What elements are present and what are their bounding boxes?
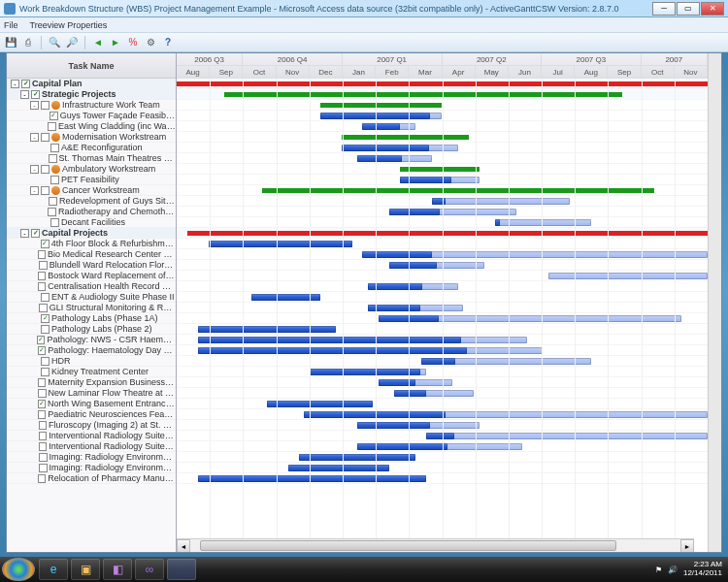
zoom-in-icon[interactable]: 🔍 bbox=[48, 36, 61, 49]
checkbox[interactable] bbox=[38, 346, 46, 355]
gantt-row[interactable] bbox=[177, 175, 708, 185]
tree-row[interactable]: Interventional Radiology Suite (Ima bbox=[7, 441, 176, 452]
checkbox[interactable] bbox=[48, 208, 56, 216]
zoom-out-icon[interactable]: 🔎 bbox=[65, 36, 79, 49]
gantt-row[interactable] bbox=[177, 431, 708, 441]
system-tray[interactable]: ⚑ 🔊 2:23 AM 12/14/2011 bbox=[655, 561, 726, 578]
taskbar-app1-icon[interactable]: ◧ bbox=[103, 559, 132, 580]
tree-row[interactable]: Pathology: NWS - CSR Haematology bbox=[7, 335, 176, 345]
gantt-row[interactable] bbox=[177, 217, 708, 228]
tree-row[interactable]: New Laminar Flow Theatre at Guy's bbox=[7, 388, 176, 399]
tree-row[interactable]: Fluroscopy (Imaging 2) at St. Thom bbox=[7, 420, 176, 431]
tree-row[interactable]: Paediatric Neurosciences Feasibility bbox=[7, 409, 176, 420]
gantt-row[interactable] bbox=[177, 409, 708, 420]
window-minimize-button[interactable]: ─ bbox=[652, 2, 676, 16]
task-bar-progress[interactable] bbox=[288, 465, 389, 471]
checkbox[interactable] bbox=[50, 112, 58, 120]
tree-row[interactable]: Relocation of Pharmacy Manufacturi bbox=[7, 473, 176, 484]
checkbox[interactable] bbox=[39, 421, 48, 430]
summary-bar[interactable] bbox=[177, 81, 708, 86]
tree-row[interactable]: Redevelopment of Guys Site In bbox=[7, 196, 176, 207]
expand-toggle-icon[interactable]: - bbox=[30, 133, 39, 142]
task-bar-progress[interactable] bbox=[368, 305, 420, 311]
task-bar-progress[interactable] bbox=[362, 123, 399, 130]
checkbox[interactable] bbox=[50, 218, 59, 227]
tree-row[interactable]: GLI Structural Monitoring & Repair bbox=[7, 303, 176, 313]
task-bar-progress[interactable] bbox=[400, 177, 451, 183]
checkbox[interactable] bbox=[41, 133, 50, 142]
task-bar-progress[interactable] bbox=[362, 251, 431, 258]
task-bar-progress[interactable] bbox=[198, 475, 426, 482]
taskbar-vs-icon[interactable]: ∞ bbox=[135, 559, 164, 580]
gantt-row[interactable] bbox=[177, 143, 708, 153]
checkbox[interactable] bbox=[39, 453, 48, 462]
gantt-row[interactable] bbox=[177, 196, 708, 207]
gantt-row[interactable] bbox=[177, 271, 708, 281]
tree-row[interactable]: -Capital Plan bbox=[7, 79, 176, 89]
task-bar-progress[interactable] bbox=[267, 401, 373, 407]
checkbox[interactable] bbox=[38, 474, 46, 483]
checkbox[interactable] bbox=[48, 122, 56, 131]
gantt-row[interactable] bbox=[177, 292, 708, 303]
gantt-row[interactable] bbox=[177, 356, 708, 367]
task-bar-progress[interactable] bbox=[198, 326, 336, 333]
tree-row[interactable]: Kidney Treatment Center bbox=[7, 367, 176, 377]
checkbox[interactable] bbox=[49, 154, 57, 163]
gantt-row[interactable] bbox=[177, 441, 708, 452]
task-tree[interactable]: -Capital Plan-Strategic Projects-Infrast… bbox=[7, 79, 176, 552]
checkbox[interactable] bbox=[41, 314, 50, 323]
summary-bar[interactable] bbox=[187, 231, 708, 236]
checkbox[interactable] bbox=[39, 464, 48, 472]
task-bar-progress[interactable] bbox=[432, 198, 446, 205]
gantt-row[interactable] bbox=[177, 281, 708, 292]
tree-row[interactable]: Pathology Labs (Phase 2) bbox=[7, 324, 176, 335]
gantt-row[interactable] bbox=[177, 345, 708, 356]
tray-flag-icon[interactable]: ⚑ bbox=[655, 566, 662, 574]
gantt-row[interactable] bbox=[177, 473, 708, 484]
tree-row[interactable]: -Capital Projects bbox=[7, 228, 176, 239]
gantt-row[interactable] bbox=[177, 249, 708, 260]
gantt-row[interactable] bbox=[177, 335, 708, 345]
tree-row[interactable]: Radiotherapy and Chemotherap bbox=[7, 207, 176, 217]
checkbox[interactable] bbox=[41, 325, 50, 334]
tree-row[interactable]: Pathology: Haematology Day Care ( bbox=[7, 345, 176, 356]
save-icon[interactable]: 💾 bbox=[4, 36, 17, 49]
tree-row[interactable]: ENT & Audiology Suite Phase II bbox=[7, 292, 176, 303]
gantt-row[interactable] bbox=[177, 463, 708, 473]
gantt-row[interactable] bbox=[177, 303, 708, 313]
tray-volume-icon[interactable]: 🔊 bbox=[668, 566, 678, 574]
checkbox[interactable] bbox=[41, 357, 50, 366]
scroll-left-icon[interactable]: ◄ bbox=[177, 539, 190, 552]
window-maximize-button[interactable]: ▭ bbox=[677, 2, 700, 16]
gantt-row[interactable] bbox=[177, 79, 708, 89]
properties-icon[interactable]: ⚙ bbox=[144, 36, 157, 49]
checkbox[interactable] bbox=[50, 144, 59, 152]
task-bar-progress[interactable] bbox=[299, 454, 415, 461]
menu-file[interactable]: File bbox=[4, 20, 18, 30]
tree-row[interactable]: St. Thomas Main Theatres Stuc bbox=[7, 153, 176, 164]
task-bar-remaining[interactable] bbox=[432, 198, 570, 205]
indent-right-icon[interactable]: ► bbox=[109, 36, 122, 49]
checkbox[interactable] bbox=[38, 400, 46, 408]
checkbox[interactable] bbox=[49, 197, 57, 206]
tree-row[interactable]: Pathology Labs (Phase 1A) bbox=[7, 313, 176, 324]
tree-row[interactable]: PET Feasibility bbox=[7, 175, 176, 185]
checkbox[interactable] bbox=[39, 304, 48, 312]
horizontal-scrollbar[interactable]: ◄ ► bbox=[177, 538, 694, 552]
gantt-row[interactable] bbox=[177, 121, 708, 132]
gantt-row[interactable] bbox=[177, 89, 708, 100]
expand-toggle-icon[interactable]: - bbox=[20, 90, 29, 99]
expand-toggle-icon[interactable]: - bbox=[11, 80, 19, 88]
gantt-row[interactable] bbox=[177, 164, 708, 175]
task-bar-progress[interactable] bbox=[209, 241, 352, 247]
task-bar-progress[interactable] bbox=[421, 358, 455, 365]
menu-treeview-properties[interactable]: Treeview Properties bbox=[30, 20, 108, 30]
gantt-row[interactable] bbox=[177, 185, 708, 196]
checkbox[interactable] bbox=[38, 378, 46, 387]
task-bar-progress[interactable] bbox=[389, 262, 437, 269]
tree-row[interactable]: -Ambulatory Workstream bbox=[7, 164, 176, 175]
tree-row[interactable]: Imaging: Radiology Environment & bbox=[7, 463, 176, 473]
link-icon[interactable]: % bbox=[126, 36, 140, 49]
tree-row[interactable]: North Wing Basement Entrance - Ph bbox=[7, 399, 176, 409]
checkbox[interactable] bbox=[41, 186, 50, 195]
